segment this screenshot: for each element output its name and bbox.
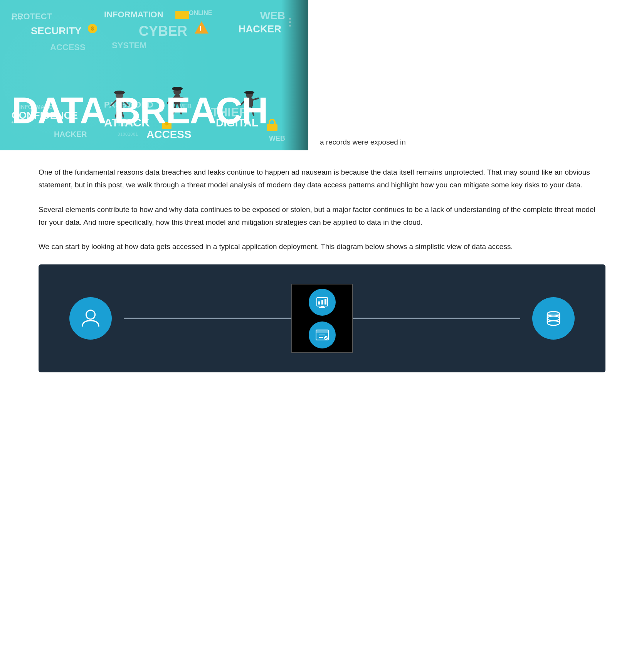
wc-protect: PROTECT <box>12 12 52 22</box>
app-box <box>291 284 353 353</box>
svg-rect-10 <box>173 88 181 89</box>
hero-right-overlay <box>281 0 308 150</box>
wc-hacker1: HACKER <box>239 23 281 35</box>
paragraph-3: We can start by looking at how data gets… <box>39 240 605 253</box>
svg-rect-25 <box>318 301 320 305</box>
wc-information: INFORMATION <box>104 10 163 20</box>
main-content: One of the fundamental reasons data brea… <box>0 150 644 395</box>
chart-icon <box>314 295 330 310</box>
svg-rect-31 <box>316 330 328 333</box>
browser-icon <box>314 327 330 343</box>
wc-access1: ACCESS <box>50 42 86 52</box>
warning-icon <box>195 21 209 34</box>
svg-rect-26 <box>321 300 323 305</box>
hero-row: PROTECT INFORMATION ONLINE WEB SECURITY … <box>0 0 644 150</box>
page-wrapper: PROTECT INFORMATION ONLINE WEB SECURITY … <box>0 0 644 395</box>
hero-title: DATA BREACH <box>12 92 267 129</box>
person-icon <box>79 307 102 330</box>
wc-security: SECURITY <box>31 25 81 37</box>
lock-icon <box>267 119 277 131</box>
coin-icon: $ <box>88 24 97 33</box>
paragraph-1: One of the fundamental reasons data brea… <box>39 166 605 192</box>
user-circle <box>69 297 112 340</box>
diagram-node-user <box>69 297 112 340</box>
wc-hacker2: HACKER <box>54 130 87 139</box>
partial-header-text: a records were exposed in <box>320 138 406 146</box>
svg-point-41 <box>547 311 560 316</box>
svg-point-23 <box>86 310 95 319</box>
svg-point-39 <box>547 321 560 325</box>
wc-system: SYSTEM <box>112 40 146 50</box>
diagram-node-database <box>532 297 575 340</box>
svg-rect-28 <box>321 306 324 307</box>
browser-icon-circle <box>309 321 336 348</box>
hero-right-content: a records were exposed in <box>308 0 644 150</box>
svg-rect-27 <box>325 299 326 305</box>
database-icon <box>542 307 565 330</box>
chart-icon-circle <box>309 289 336 316</box>
svg-point-40 <box>547 316 560 321</box>
wc-online: ONLINE <box>189 10 212 17</box>
svg-rect-29 <box>319 307 325 308</box>
folder-icon <box>175 8 189 19</box>
hero-banner: PROTECT INFORMATION ONLINE WEB SECURITY … <box>0 0 308 150</box>
diagram-container <box>39 264 605 372</box>
dot-row-1 <box>12 18 21 20</box>
database-circle <box>532 297 575 340</box>
binary-text-2: 01001001 <box>118 132 138 137</box>
wc-cyber: CYBER <box>139 23 187 39</box>
paragraph-2: Several elements contribute to how and w… <box>39 203 605 229</box>
